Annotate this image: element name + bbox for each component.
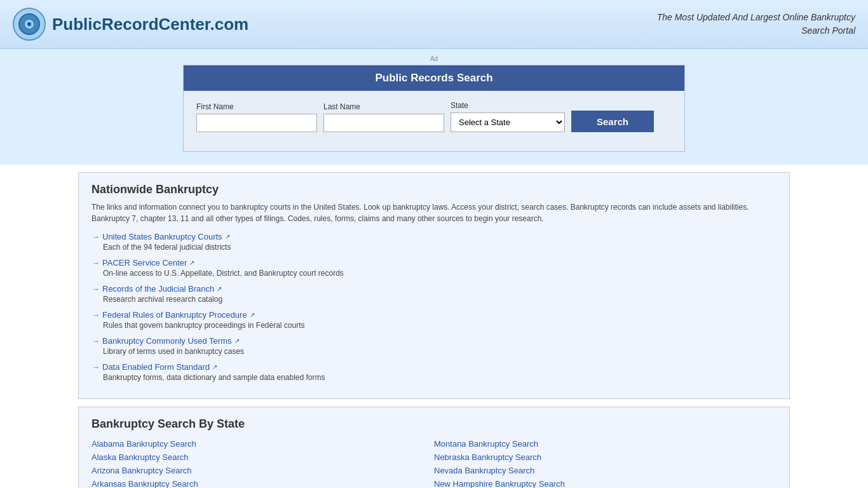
link-subdesc-0: Each of the 94 federal judicial district… <box>103 243 776 252</box>
link-subdesc-3: Rules that govern bankruptcy proceedings… <box>103 321 776 330</box>
first-name-label: First Name <box>196 102 317 111</box>
state-search-title: Bankruptcy Search By State <box>92 417 776 431</box>
search-box-container: Public Records Search First Name Last Na… <box>183 65 685 152</box>
state-columns: Alabama Bankruptcy Search Alaska Bankrup… <box>92 437 776 488</box>
link-item-3: → Federal Rules of Bankruptcy Procedure … <box>92 310 776 330</box>
nationwide-title: Nationwide Bankruptcy <box>92 183 776 196</box>
nationwide-desc: The links and information connect you to… <box>92 201 776 224</box>
link-item-0: → United States Bankruptcy Courts ↗ Each… <box>92 232 776 252</box>
arrow-icon-3: → <box>92 310 100 320</box>
state-search-section: Bankruptcy Search By State Alabama Bankr… <box>78 407 790 488</box>
link-row-2: → Records of the Judicial Branch ↗ <box>92 284 776 294</box>
ext-icon-5: ↗ <box>212 363 217 370</box>
last-name-group: Last Name <box>323 102 444 132</box>
ext-icon-4: ↗ <box>234 337 240 344</box>
ext-icon-1: ↗ <box>189 259 194 266</box>
link-item-1: → PACER Service Center ↗ On-line access … <box>92 258 776 278</box>
search-form: First Name Last Name State Select a Stat… <box>184 91 684 139</box>
state-link-arizona[interactable]: Arizona Bankruptcy Search <box>92 464 434 477</box>
field-row: First Name Last Name State Select a Stat… <box>196 101 672 132</box>
state-group: State Select a State Alabama Alaska Ariz… <box>451 101 565 132</box>
link-item-5: → Data Enabled Form Standard ↗ Bankruptc… <box>92 362 776 382</box>
tagline: The Most Updated And Largest Online Bank… <box>657 11 855 37</box>
link-row-5: → Data Enabled Form Standard ↗ <box>92 362 776 372</box>
link-3[interactable]: Federal Rules of Bankruptcy Procedure <box>102 310 247 320</box>
link-5[interactable]: Data Enabled Form Standard <box>102 362 210 372</box>
ext-icon-2: ↗ <box>217 285 222 292</box>
ad-section: Ad Public Records Search First Name Last… <box>0 49 868 165</box>
last-name-label: Last Name <box>323 102 444 111</box>
link-subdesc-2: Research archival research catalog <box>103 295 776 304</box>
state-link-new-hampshire[interactable]: New Hampshire Bankruptcy Search <box>434 477 776 488</box>
state-link-arkansas[interactable]: Arkansas Bankruptcy Search <box>92 477 434 488</box>
state-link-nebraska[interactable]: Nebraska Bankruptcy Search <box>434 451 776 464</box>
first-name-input[interactable] <box>196 114 317 132</box>
arrow-icon-0: → <box>92 232 100 241</box>
link-row-4: → Bankruptcy Commonly Used Terms ↗ <box>92 336 776 346</box>
state-col-2: Montana Bankruptcy Search Nebraska Bankr… <box>434 437 776 488</box>
state-label: State <box>451 101 565 110</box>
search-box-title: Public Records Search <box>184 65 684 91</box>
nationwide-section: Nationwide Bankruptcy The links and info… <box>78 172 790 399</box>
state-link-alaska[interactable]: Alaska Bankruptcy Search <box>92 451 434 464</box>
link-1[interactable]: PACER Service Center <box>102 258 187 268</box>
link-item-2: → Records of the Judicial Branch ↗ Resea… <box>92 284 776 304</box>
logo-icon <box>13 8 46 41</box>
arrow-icon-2: → <box>92 284 100 294</box>
link-row-1: → PACER Service Center ↗ <box>92 258 776 268</box>
arrow-icon-4: → <box>92 336 100 346</box>
link-subdesc-4: Library of terms used in bankruptcy case… <box>103 347 776 356</box>
ext-icon-3: ↗ <box>250 311 255 318</box>
ext-icon-0: ↗ <box>225 233 230 240</box>
state-link-nevada[interactable]: Nevada Bankruptcy Search <box>434 464 776 477</box>
link-4[interactable]: Bankruptcy Commonly Used Terms <box>102 336 232 346</box>
svg-point-3 <box>27 22 31 26</box>
link-row-3: → Federal Rules of Bankruptcy Procedure … <box>92 310 776 320</box>
ad-label: Ad <box>13 55 855 62</box>
last-name-input[interactable] <box>323 114 444 132</box>
link-0[interactable]: United States Bankruptcy Courts <box>102 232 222 241</box>
state-select[interactable]: Select a State Alabama Alaska Arizona Ar… <box>451 112 565 132</box>
link-2[interactable]: Records of the Judicial Branch <box>102 284 214 294</box>
link-subdesc-1: On-line access to U.S. Appellate, Distri… <box>103 269 776 278</box>
logo-text: PublicRecordCenter.com <box>52 15 248 34</box>
link-item-4: → Bankruptcy Commonly Used Terms ↗ Libra… <box>92 336 776 356</box>
site-header: PublicRecordCenter.com The Most Updated … <box>0 0 868 49</box>
search-button[interactable]: Search <box>571 111 654 132</box>
link-row-0: → United States Bankruptcy Courts ↗ <box>92 232 776 241</box>
state-col-1: Alabama Bankruptcy Search Alaska Bankrup… <box>92 437 434 488</box>
first-name-group: First Name <box>196 102 317 132</box>
main-content: Nationwide Bankruptcy The links and info… <box>40 172 828 488</box>
state-link-montana[interactable]: Montana Bankruptcy Search <box>434 437 776 451</box>
arrow-icon-5: → <box>92 362 100 372</box>
state-link-alabama[interactable]: Alabama Bankruptcy Search <box>92 437 434 451</box>
arrow-icon-1: → <box>92 258 100 268</box>
logo-area: PublicRecordCenter.com <box>13 8 248 41</box>
link-subdesc-5: Bankruptcy forms, data dictionary and sa… <box>103 373 776 382</box>
